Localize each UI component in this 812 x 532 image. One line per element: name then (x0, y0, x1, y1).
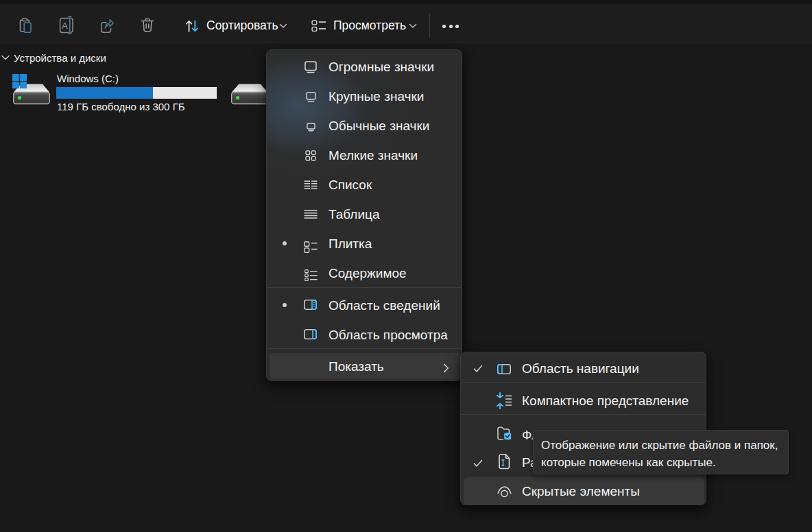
svg-text:A: A (62, 21, 68, 31)
